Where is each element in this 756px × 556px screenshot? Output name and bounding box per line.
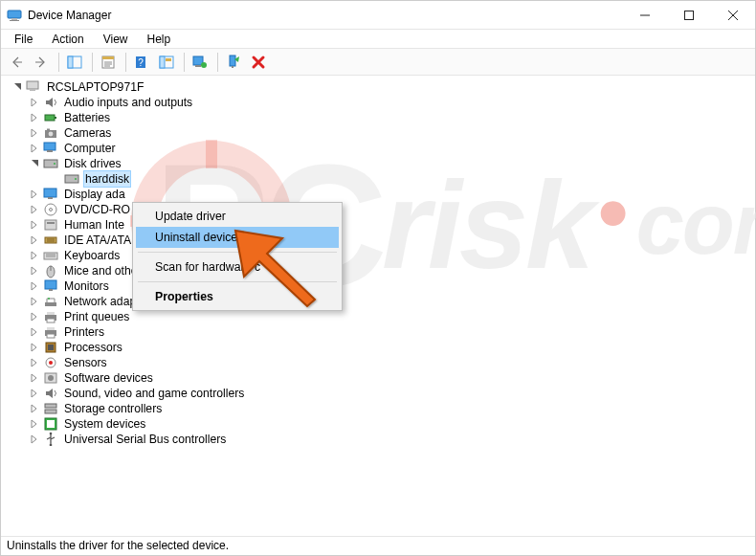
tree-item[interactable]: harddisk [11, 171, 755, 187]
device-tree[interactable]: RCSLAPTOP971F Audio inputs and outputsBa… [1, 76, 755, 536]
twisty-collapsed-icon[interactable] [28, 281, 41, 291]
twisty-collapsed-icon[interactable] [28, 113, 41, 122]
tree-item-label: DVD/CD-RO [62, 202, 132, 217]
tree-item[interactable]: Network adapters [11, 294, 755, 309]
svg-rect-43 [49, 289, 53, 291]
twisty-expanded-icon[interactable] [11, 82, 24, 92]
tree-item[interactable]: Mice and other pointing devices [11, 263, 755, 278]
uninstall-device-button[interactable] [247, 52, 270, 73]
twisty-collapsed-icon[interactable] [28, 419, 41, 429]
maximize-button[interactable] [667, 1, 711, 30]
keyboard-icon [43, 248, 58, 263]
update-driver-button[interactable] [189, 52, 211, 73]
twisty-collapsed-icon[interactable] [28, 128, 41, 138]
svg-rect-23 [55, 117, 56, 119]
tree-item-label: Monitors [62, 278, 111, 294]
twisty-collapsed-icon[interactable] [28, 251, 41, 260]
computer-icon [43, 141, 58, 156]
twisty-expanded-icon[interactable] [28, 159, 41, 168]
twisty-collapsed-icon[interactable] [28, 144, 41, 153]
show-hide-console-tree-button[interactable] [63, 52, 86, 73]
help-button[interactable]: ? [130, 52, 153, 73]
svg-rect-61 [47, 420, 55, 428]
tree-item[interactable]: Human Inte [11, 217, 755, 233]
camera-icon [43, 125, 58, 141]
back-button[interactable] [5, 52, 28, 73]
twisty-collapsed-icon[interactable] [28, 327, 41, 337]
tree-item[interactable]: DVD/CD-RO [11, 202, 755, 217]
twisty-collapsed-icon[interactable] [28, 389, 41, 398]
twisty-collapsed-icon[interactable] [28, 358, 41, 367]
enable-device-button[interactable] [222, 52, 245, 73]
toolbar: ? [1, 49, 755, 76]
tree-item-label: Sensors [62, 355, 109, 370]
menu-view[interactable]: View [94, 31, 138, 48]
twisty-collapsed-icon[interactable] [28, 373, 41, 383]
audio-icon [43, 95, 58, 110]
tree-item[interactable]: IDE ATA/ATA [11, 233, 755, 248]
tree-item[interactable]: Sound, video and game controllers [11, 386, 755, 401]
svg-rect-21 [30, 89, 35, 91]
tree-item[interactable]: Computer [11, 141, 755, 156]
svg-rect-14 [195, 65, 201, 67]
svg-point-55 [49, 361, 53, 365]
menu-help[interactable]: Help [138, 31, 181, 48]
tree-item-label: Disk drives [62, 156, 123, 171]
svg-rect-33 [44, 189, 56, 197]
tree-item[interactable]: System devices [11, 416, 755, 432]
device-manager-window: Device Manager File Action View Help ? [0, 0, 756, 556]
tree-item-label: harddisk [83, 170, 131, 188]
twisty-collapsed-icon[interactable] [28, 297, 41, 306]
tree-item[interactable]: Cameras [11, 125, 755, 141]
ctx-update-driver[interactable]: Update driver [136, 206, 339, 227]
twisty-collapsed-icon[interactable] [28, 98, 41, 107]
ctx-scan-hardware[interactable]: Scan for hardware c [136, 256, 339, 278]
minimize-button[interactable] [623, 1, 667, 30]
help-button-2[interactable] [155, 52, 178, 73]
tree-item[interactable]: Sensors [11, 355, 755, 370]
printer-icon [43, 324, 58, 340]
svg-rect-48 [47, 319, 55, 322]
tree-item[interactable]: Printers [11, 324, 755, 340]
tree-item[interactable]: Universal Serial Bus controllers [11, 432, 755, 447]
statusbar: Uninstalls the driver for the selected d… [1, 536, 755, 555]
tree-item[interactable]: Software devices [11, 370, 755, 386]
svg-point-36 [50, 209, 53, 211]
svg-point-15 [201, 62, 207, 68]
properties-button[interactable] [97, 52, 120, 73]
tree-item[interactable]: Display ada [11, 187, 755, 202]
tree-item-label: Storage controllers [62, 401, 164, 416]
tree-item[interactable]: Monitors [11, 278, 755, 294]
tree-item[interactable]: Print queues [11, 309, 755, 324]
tree-item-label: Computer [62, 141, 118, 156]
svg-rect-7 [102, 56, 114, 59]
svg-rect-28 [47, 150, 53, 152]
tree-root[interactable]: RCSLAPTOP971F [11, 79, 755, 95]
menu-file[interactable]: File [5, 31, 42, 48]
twisty-collapsed-icon[interactable] [28, 266, 41, 276]
tree-item[interactable]: Keyboards [11, 248, 755, 263]
twisty-collapsed-icon[interactable] [28, 189, 41, 199]
disk-drive-icon [43, 156, 58, 171]
ctx-properties[interactable]: Properties [136, 286, 339, 307]
twisty-collapsed-icon[interactable] [28, 434, 41, 444]
twisty-collapsed-icon[interactable] [28, 205, 41, 214]
tree-item-label: Sound, video and game controllers [62, 386, 246, 401]
close-button[interactable] [711, 1, 755, 30]
ctx-uninstall-device[interactable]: Uninstall device [136, 227, 339, 248]
twisty-collapsed-icon[interactable] [28, 312, 41, 322]
forward-button[interactable] [30, 52, 53, 73]
twisty-collapsed-icon[interactable] [28, 220, 41, 230]
tree-item[interactable]: Disk drives [11, 156, 755, 171]
tree-item-label: Batteries [62, 110, 112, 125]
svg-rect-59 [45, 410, 56, 413]
tree-item[interactable]: Storage controllers [11, 401, 755, 416]
tree-item[interactable]: Processors [11, 340, 755, 355]
tree-item[interactable]: Batteries [11, 110, 755, 125]
twisty-collapsed-icon[interactable] [28, 343, 41, 352]
twisty-collapsed-icon[interactable] [28, 404, 41, 413]
twisty-collapsed-icon[interactable] [28, 235, 41, 245]
tree-item[interactable]: Audio inputs and outputs [11, 95, 755, 110]
svg-rect-0 [8, 11, 21, 18]
menu-action[interactable]: Action [42, 31, 93, 48]
